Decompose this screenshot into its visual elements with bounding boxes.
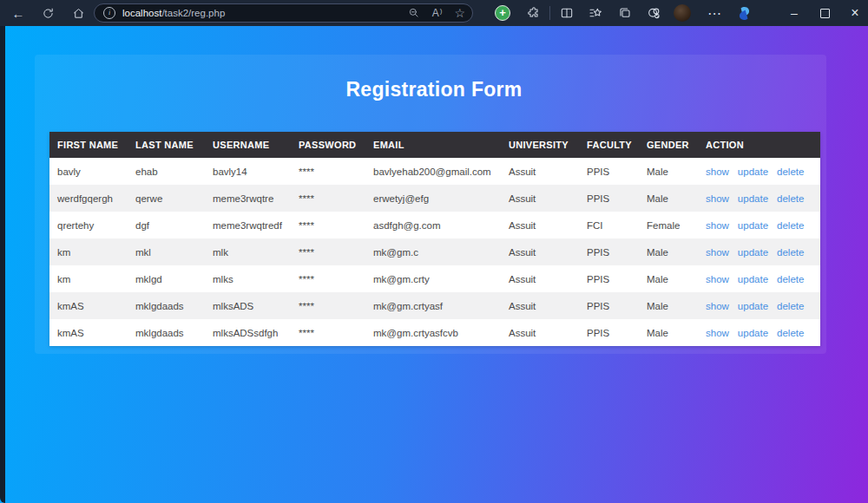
cell-last-name: mkl	[128, 238, 205, 265]
home-icon[interactable]	[67, 3, 89, 23]
update-link[interactable]: update	[738, 220, 768, 231]
close-button[interactable]: ×	[841, 0, 868, 26]
favorite-star-icon[interactable]: ☆	[454, 6, 465, 20]
show-link[interactable]: show	[706, 193, 729, 204]
col-username: USERNAME	[205, 132, 291, 158]
badge-check-icon[interactable]	[642, 3, 665, 23]
extension-add-icon[interactable]: +	[495, 5, 510, 21]
delete-link[interactable]: delete	[777, 193, 804, 204]
cell-gender: Male	[639, 265, 698, 292]
show-link[interactable]: show	[706, 301, 729, 311]
delete-link[interactable]: delete	[777, 328, 804, 338]
cell-first-name: km	[49, 265, 128, 292]
restore-button[interactable]	[811, 0, 838, 26]
cell-gender: Male	[639, 238, 698, 265]
delete-link[interactable]: delete	[777, 274, 804, 284]
favorites-hub-icon[interactable]	[584, 3, 607, 23]
cell-university: Assuit	[501, 319, 579, 346]
cell-gender: Male	[639, 319, 698, 346]
cell-university: Assuit	[501, 292, 579, 319]
table-row: kmAS mklgdaads mlksADS **** mk@gm.crtyas…	[49, 292, 820, 319]
col-faculty: FACULTY	[579, 132, 639, 158]
show-link[interactable]: show	[706, 274, 729, 284]
cell-last-name: qerwe	[128, 185, 205, 212]
cell-faculty: PPIS	[579, 158, 639, 185]
table-row: kmAS mklgdaads mlksADSsdfgh **** mk@gm.c…	[49, 319, 820, 346]
cell-first-name: kmAS	[49, 292, 128, 319]
cell-university: Assuit	[501, 265, 579, 292]
cell-university: Assuit	[501, 185, 579, 212]
split-screen-icon[interactable]	[556, 3, 578, 23]
page-content: Registration Form FIRST NAME LAST NAME U…	[0, 26, 868, 503]
page-title: Registration Form	[0, 78, 868, 101]
cell-username: mlks	[205, 265, 291, 292]
collections-icon[interactable]	[614, 3, 636, 23]
update-link[interactable]: update	[738, 167, 768, 177]
cell-first-name: km	[49, 238, 128, 265]
site-info-icon[interactable]: i	[103, 7, 115, 19]
col-password: PASSWORD	[291, 132, 365, 158]
cell-action: showupdatedelete	[698, 158, 820, 185]
show-link[interactable]: show	[706, 328, 729, 338]
read-aloud-icon[interactable]: A)	[432, 7, 443, 19]
cell-email: bavlyehab200@gmail.com	[365, 158, 501, 185]
show-link[interactable]: show	[706, 220, 729, 231]
profile-avatar[interactable]	[674, 4, 691, 22]
show-link[interactable]: show	[706, 247, 729, 258]
delete-link[interactable]: delete	[777, 220, 804, 231]
cell-first-name: qrertehy	[49, 212, 128, 238]
minimize-button[interactable]: –	[780, 0, 808, 26]
table-row: km mklgd mlks **** mk@gm.crty Assuit PPI…	[49, 265, 820, 292]
settings-ellipsis-icon[interactable]: ⋯	[703, 3, 726, 23]
cell-username: mlksADSsdfgh	[205, 319, 291, 346]
cell-password: ****	[291, 185, 365, 212]
update-link[interactable]: update	[738, 328, 768, 338]
cell-faculty: PPIS	[579, 238, 639, 265]
col-action: ACTION	[698, 132, 820, 158]
cell-first-name: kmAS	[49, 319, 128, 346]
cell-faculty: FCI	[579, 212, 639, 238]
toolbar-divider	[549, 6, 550, 20]
cell-gender: Male	[639, 292, 698, 319]
update-link[interactable]: update	[738, 247, 768, 258]
cell-gender: Male	[639, 158, 698, 185]
cell-password: ****	[291, 158, 365, 185]
cell-password: ****	[291, 292, 365, 319]
cell-faculty: PPIS	[579, 319, 639, 346]
cell-action: showupdatedelete	[698, 319, 820, 346]
table-row: bavly ehab bavly14 **** bavlyehab200@gma…	[49, 158, 820, 185]
address-bar[interactable]: i localhost/task2/reg.php A) ☆	[94, 3, 473, 23]
table-row: qrertehy dgf meme3rwqtredf **** asdfgh@g…	[49, 212, 820, 238]
update-link[interactable]: update	[738, 193, 768, 204]
cell-password: ****	[291, 319, 365, 346]
cell-username: meme3rwqtredf	[205, 212, 291, 238]
cell-gender: Female	[639, 212, 698, 238]
cell-university: Assuit	[501, 212, 579, 238]
cell-email: mk@gm.crtyasf	[365, 292, 501, 319]
extensions-icon[interactable]	[523, 3, 545, 23]
show-link[interactable]: show	[706, 167, 729, 177]
back-icon[interactable]: ←	[7, 3, 30, 23]
cell-email: mk@gm.crty	[365, 265, 501, 292]
cell-action: showupdatedelete	[698, 238, 820, 265]
cell-last-name: dgf	[128, 212, 205, 238]
cell-password: ****	[291, 212, 365, 238]
zoom-out-icon[interactable]	[408, 7, 420, 19]
col-first-name: FIRST NAME	[49, 132, 128, 158]
refresh-icon[interactable]	[36, 3, 59, 23]
delete-link[interactable]: delete	[777, 247, 804, 258]
update-link[interactable]: update	[738, 301, 768, 311]
address-bar-tools: A) ☆	[408, 4, 465, 22]
cell-last-name: mklgdaads	[128, 319, 205, 346]
delete-link[interactable]: delete	[777, 167, 804, 177]
cell-first-name: bavly	[49, 158, 128, 185]
cell-faculty: PPIS	[579, 292, 639, 319]
update-link[interactable]: update	[738, 274, 768, 284]
col-gender: GENDER	[639, 132, 698, 158]
cell-email: erwetyj@efg	[365, 185, 501, 212]
copilot-icon[interactable]	[733, 3, 755, 23]
cell-last-name: mklgdaads	[128, 292, 205, 319]
cell-password: ****	[291, 238, 365, 265]
table-row: km mkl mlk **** mk@gm.c Assuit PPIS Male…	[49, 238, 820, 265]
delete-link[interactable]: delete	[777, 301, 804, 311]
